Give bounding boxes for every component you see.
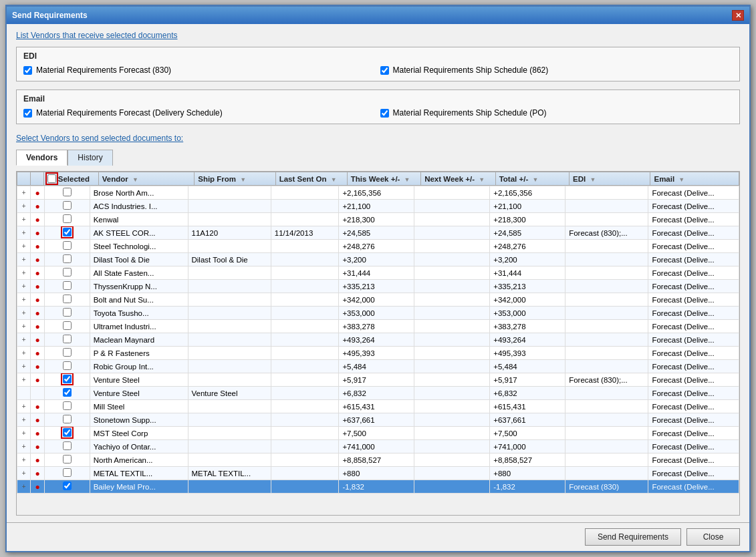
expand-cell[interactable]: + [17,373,31,387]
row-checkbox[interactable] [63,295,72,303]
selected-cell[interactable] [44,387,90,400]
table-scroll-body[interactable]: +●Brose North Am...+2,165,356+2,165,356F… [17,186,739,515]
selected-cell[interactable] [44,200,90,213]
table-row[interactable]: +●Dilast Tool & DieDilast Tool & Die+3,2… [17,253,739,266]
table-row[interactable]: +●METAL TEXTIL...METAL TEXTIL...+880+880… [17,467,739,480]
selected-cell[interactable] [44,413,90,427]
expand-cell[interactable]: + [17,253,31,266]
selected-cell[interactable] [44,226,90,240]
row-checkbox[interactable] [63,214,72,223]
selected-cell[interactable] [44,400,90,413]
table-row[interactable]: +●AK STEEL COR...11A12011/14/2013+24,585… [17,226,739,240]
table-row[interactable]: +●Steel Technologi...+248,276+248,276For… [17,240,739,253]
table-row[interactable]: +●North American...+8,858,527+8,858,527F… [17,453,739,467]
row-checkbox[interactable] [63,388,72,397]
selected-cell[interactable] [44,347,90,360]
selected-cell[interactable] [44,453,90,467]
tab-history[interactable]: History [68,150,112,166]
row-checkbox[interactable] [63,241,72,250]
selected-cell[interactable] [44,480,90,494]
row-checkbox[interactable] [63,375,72,383]
expand-cell[interactable]: + [17,480,31,494]
expand-cell[interactable]: + [17,440,31,453]
table-row[interactable]: +●Venture Steel+5,917+5,917Forecast (830… [17,373,739,387]
table-row[interactable]: +●Toyota Tsusho...+353,000+353,000Foreca… [17,307,739,320]
expand-cell[interactable]: + [17,360,31,373]
selected-cell[interactable] [44,240,90,253]
row-checkbox[interactable] [63,335,72,343]
table-row[interactable]: +●Yachiyo of Ontar...+741,000+741,000For… [17,440,739,453]
email-checkbox-2[interactable] [380,109,389,118]
expand-cell[interactable]: + [17,320,31,333]
table-row[interactable]: +●All State Fasten...+31,444+31,444Forec… [17,266,739,280]
selected-cell[interactable] [44,253,90,266]
col-last-sent[interactable]: Last Sent On ▼ [275,172,347,186]
tab-vendors[interactable]: Vendors [16,150,68,166]
table-row[interactable]: +●Ultramet Industri...+383,278+383,278Fo… [17,320,739,333]
expand-cell[interactable]: + [17,453,31,467]
send-requirements-button[interactable]: Send Requirements [585,528,681,546]
expand-cell[interactable] [17,387,31,400]
col-selected[interactable]: Selected [43,172,98,186]
col-vendor[interactable]: Vendor ▼ [98,172,195,186]
expand-cell[interactable]: + [17,226,31,240]
selected-cell[interactable] [44,213,90,226]
table-row[interactable]: +●ThyssenKrupp N...+335,213+335,213Forec… [17,280,739,293]
close-icon[interactable]: ✕ [732,10,744,21]
selected-cell[interactable] [44,467,90,480]
row-checkbox[interactable] [63,428,72,437]
expand-cell[interactable]: + [17,427,31,440]
col-email[interactable]: Email ▼ [650,172,739,186]
selected-cell[interactable] [44,293,90,307]
close-button[interactable]: Close [686,528,740,546]
expand-cell[interactable]: + [17,213,31,226]
row-checkbox[interactable] [63,281,72,290]
select-all-checkbox[interactable] [47,174,56,183]
expand-cell[interactable]: + [17,293,31,307]
row-checkbox[interactable] [63,482,72,490]
selected-cell[interactable] [44,360,90,373]
table-row[interactable]: +●Brose North Am...+2,165,356+2,165,356F… [17,186,739,200]
select-vendors-label[interactable]: Select Vendors to send selected document… [16,134,740,143]
row-checkbox[interactable] [63,455,72,463]
row-checkbox[interactable] [63,401,72,410]
expand-cell[interactable]: + [17,266,31,280]
selected-cell[interactable] [44,186,90,200]
edi-checkbox-1[interactable] [23,66,32,75]
expand-cell[interactable]: + [17,333,31,347]
list-vendors-link[interactable]: List Vendors that receive selected docum… [16,31,740,40]
selected-cell[interactable] [44,427,90,440]
table-row[interactable]: +●Maclean Maynard+493,264+493,264Forecas… [17,333,739,347]
row-checkbox[interactable] [63,348,72,357]
selected-cell[interactable] [44,320,90,333]
col-total[interactable]: Total +/- ▼ [495,172,569,186]
selected-cell[interactable] [44,333,90,347]
row-checkbox[interactable] [63,308,72,317]
col-ship-from[interactable]: Ship From ▼ [195,172,275,186]
table-row[interactable]: +●Bailey Metal Pro...-1,832-1,832Forecas… [17,480,739,494]
expand-cell[interactable]: + [17,280,31,293]
expand-cell[interactable]: + [17,347,31,360]
row-checkbox[interactable] [63,321,72,330]
email-checkbox-1[interactable] [23,109,32,118]
row-checkbox[interactable] [63,361,72,370]
row-checkbox[interactable] [63,268,72,276]
row-checkbox[interactable] [63,201,72,210]
expand-cell[interactable]: + [17,413,31,427]
expand-cell[interactable]: + [17,400,31,413]
table-row[interactable]: +●Mill Steel+615,431+615,431Forecast (De… [17,400,739,413]
row-checkbox[interactable] [63,254,72,263]
expand-cell[interactable]: + [17,467,31,480]
row-checkbox[interactable] [63,188,72,196]
expand-cell[interactable]: + [17,186,31,200]
table-row[interactable]: +●P & R Fasteners+495,393+495,393Forecas… [17,347,739,360]
expand-cell[interactable]: + [17,240,31,253]
table-row[interactable]: +●Robic Group Int...+5,484+5,484Forecast… [17,360,739,373]
selected-cell[interactable] [44,266,90,280]
table-row[interactable]: +●Stonetown Supp...+637,661+637,661Forec… [17,413,739,427]
table-row[interactable]: +●Bolt and Nut Su...+342,000+342,000Fore… [17,293,739,307]
expand-cell[interactable]: + [17,307,31,320]
table-row[interactable]: +●Kenwal+218,300+218,300Forecast (Delive… [17,213,739,226]
col-edi[interactable]: EDI ▼ [570,172,650,186]
col-this-week[interactable]: This Week +/- ▼ [347,172,420,186]
